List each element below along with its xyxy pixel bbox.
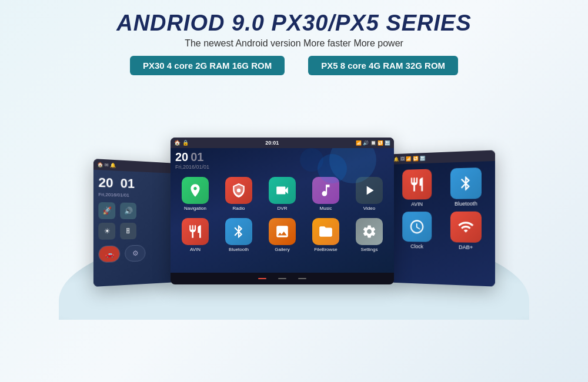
screen-right: 🔔 🖼 📶 🔁 🔙 AVIN: [390, 150, 495, 286]
car-btn-left[interactable]: 🚗: [98, 246, 120, 263]
right-bluetooth-label: Bluetooth: [455, 200, 477, 206]
dvr-icon: [269, 177, 296, 204]
right-app-avin[interactable]: AVIN: [396, 169, 439, 207]
nav-indicator[interactable]: [278, 278, 286, 279]
right-clock-label: Clock: [410, 243, 423, 249]
radio-icon: [225, 177, 252, 204]
eq-icon-left[interactable]: 🎚: [120, 223, 136, 239]
screen-center: 🏠 🔒 20:01 📶 🔊 🔲 🔁 🔙 20 01 Fri,2016/01/01: [171, 138, 394, 284]
gallery-label: Gallery: [275, 247, 289, 252]
settings-btn-left[interactable]: ⚙: [125, 245, 145, 262]
nav-indicator-active[interactable]: [258, 278, 266, 279]
badge-px5: PX5 8 core 4G RAM 32G ROM: [308, 56, 458, 75]
radio-label: Radio: [233, 206, 245, 211]
settings-icon: [356, 218, 383, 245]
app-avin[interactable]: AVIN: [175, 218, 215, 252]
center-status-time: 20:01: [265, 140, 279, 146]
avin-label: AVIN: [190, 247, 201, 252]
brightness-icon-left[interactable]: ☀: [98, 223, 115, 240]
app-gallery[interactable]: Gallery: [262, 218, 302, 252]
screen-left: 🏠 ✉ 🔔 20 01 Fri,2016/01/01 🚀 🔊 ☀ 🎚: [93, 159, 174, 287]
screens-container: 🏠 ✉ 🔔 20 01 Fri,2016/01/01 🚀 🔊 ☀ 🎚: [94, 138, 494, 284]
right-bluetooth-icon: [450, 167, 482, 199]
app-settings[interactable]: Settings: [349, 218, 389, 252]
bottom-nav: [171, 273, 394, 284]
center-screen-content: 20 01 Fri,2016/01/01 Navigation: [171, 148, 394, 273]
navigation-icon: [182, 177, 209, 204]
right-dab-icon: [450, 212, 482, 243]
right-avin-label: AVIN: [411, 201, 423, 207]
app-dvr[interactable]: DVR: [262, 177, 302, 211]
subtitle: The newest Android version More faster M…: [0, 38, 588, 49]
music-label: Music: [320, 206, 332, 211]
status-bar-center: 🏠 🔒 20:01 📶 🔊 🔲 🔁 🔙: [171, 138, 394, 148]
header: ANDRIOD 9.0 PX30/PX5 SERIES The newest A…: [0, 0, 588, 85]
right-app-dab[interactable]: DAB+: [443, 212, 489, 251]
app-radio[interactable]: Radio: [219, 177, 259, 211]
bluetooth-icon: [225, 218, 252, 245]
gallery-icon: [269, 218, 296, 245]
settings-label: Settings: [361, 247, 378, 252]
right-avin-icon: [402, 169, 432, 199]
bluetooth-label: Bluetooth: [229, 247, 249, 252]
right-app-bluetooth[interactable]: Bluetooth: [443, 167, 489, 207]
date-left: Fri,2016/01/01: [98, 192, 169, 199]
right-app-clock[interactable]: Clock: [396, 212, 439, 250]
time-left: 20 01: [98, 175, 169, 192]
rocket-icon-left[interactable]: 🚀: [98, 202, 115, 219]
main-title: ANDRIOD 9.0 PX30/PX5 SERIES: [0, 11, 588, 36]
right-clock-icon: [402, 212, 432, 242]
badges: PX30 4 core 2G RAM 16G ROM PX5 8 core 4G…: [0, 56, 588, 75]
app-navigation[interactable]: Navigation: [175, 177, 215, 211]
right-app-grid: AVIN Bluetooth Clock: [393, 165, 492, 253]
app-filebrowse[interactable]: FileBrowse: [306, 218, 346, 252]
filebrowse-icon: [312, 218, 339, 245]
dvr-label: DVR: [278, 206, 288, 211]
stage-area: 🏠 ✉ 🔔 20 01 Fri,2016/01/01 🚀 🔊 ☀ 🎚: [0, 85, 588, 320]
app-bluetooth[interactable]: Bluetooth: [219, 218, 259, 252]
avin-icon: [182, 218, 209, 245]
navigation-label: Navigation: [184, 206, 206, 211]
right-dab-label: DAB+: [459, 244, 473, 250]
app-grid-row2: AVIN Bluetooth Gallery: [171, 215, 394, 256]
sound-icon-left[interactable]: 🔊: [120, 203, 136, 219]
nav-indicator-2[interactable]: [298, 278, 306, 279]
filebrowse-label: FileBrowse: [314, 247, 338, 252]
video-label: Video: [363, 206, 375, 211]
badge-px30: PX30 4 core 2G RAM 16G ROM: [130, 56, 285, 75]
